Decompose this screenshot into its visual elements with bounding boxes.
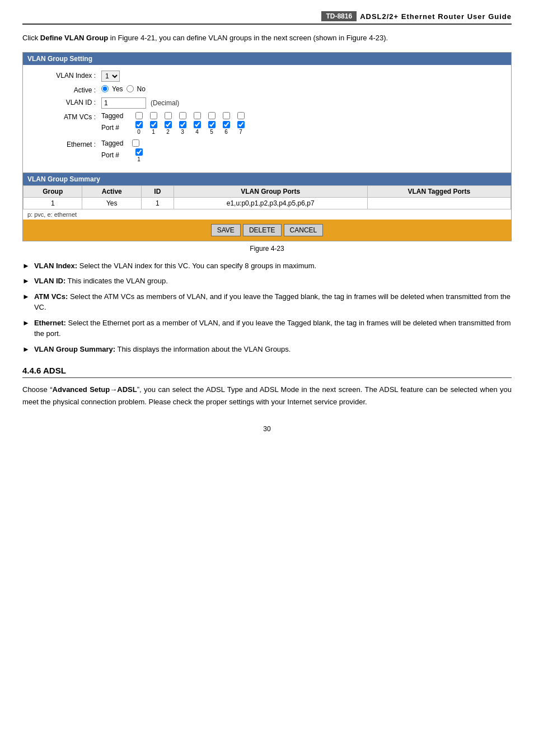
atm-port-num-1: 1 [152,129,155,135]
atm-port-label: Port # [101,124,132,132]
delete-button[interactable]: DELETE [243,224,282,236]
page-number: 30 [22,425,512,433]
atm-tagged-cb-3[interactable] [179,112,186,119]
button-bar: SAVE DELETE CANCEL [23,220,511,241]
vlan-index-control: 1 2 3 4 5 6 7 8 [101,71,120,82]
active-yes-radio[interactable] [101,85,109,92]
atm-tagged-3 [176,112,189,119]
atm-port-2: 2 [161,121,175,135]
bullet-4-content: Ethernet: Select the Ethernet port as a … [34,318,512,339]
eth-port-num: 1 [137,156,140,162]
vlan-index-select[interactable]: 1 2 3 4 5 6 7 8 [101,71,120,82]
atm-port-cb-7[interactable] [237,121,245,128]
bullet-arrow-3: ► [22,291,30,302]
bullet-3: ► ATM VCs: Select the ATM VCs as members… [22,291,512,313]
atm-tagged-cb-6[interactable] [223,112,230,119]
page-header: TD-8816 ADSL2/2+ Ethernet Router User Gu… [22,11,512,25]
atm-tagged-cb-5[interactable] [208,112,216,119]
figure-caption: Figure 4-23 [22,245,512,253]
atm-port-cb-5[interactable] [208,121,216,128]
intro-paragraph: Click Define VLAN Group in Figure 4-21, … [22,32,512,44]
eth-tagged-cb[interactable] [132,139,139,147]
summary-header: VLAN Group Summary [23,173,511,185]
intro-text2: in Figure 4-21, you can define VLAN grou… [108,34,388,42]
atm-port-cb-3[interactable] [179,121,186,128]
atm-tagged-cb-2[interactable] [165,112,172,119]
cell-active: Yes [82,197,142,209]
intro-bold: Define VLAN Group [40,34,108,42]
vlan-id-input[interactable] [101,97,146,109]
atm-tagged-checkboxes [132,112,247,119]
atm-port-6: 6 [219,121,233,135]
atm-port-cb-6[interactable] [223,121,230,128]
summary-thead-row: Group Active ID VLAN Group Ports VLAN Ta… [24,185,511,197]
bullet-arrow-2: ► [22,276,30,287]
col-id: ID [142,185,174,197]
bullet-5-bold: VLAN Group Summary: [34,345,115,353]
bullet-3-content: ATM VCs: Select the ATM VCs as members o… [34,291,512,313]
bullet-list: ► VLAN Index: Select the VLAN index for … [22,260,512,355]
atm-port-0: 0 [132,121,146,135]
eth-port-cb[interactable] [135,148,143,156]
cancel-button[interactable]: CANCEL [284,224,324,236]
atm-port-num-7: 7 [239,129,242,135]
atm-tagged-cb-4[interactable] [194,112,201,119]
atm-tagged-4 [190,112,204,119]
atm-port-num-6: 6 [224,129,228,135]
section-446-heading: 4.4.6 ADSL [22,366,512,378]
vlan-panel-header: VLAN Group Setting [23,53,511,65]
adsl-path-bold: Advanced Setup→ADSL [53,385,137,394]
bullet-4: ► Ethernet: Select the Ethernet port as … [22,318,512,339]
active-row: Active : Yes No [34,85,500,94]
section-446-body: Choose “Advanced Setup→ADSL”, you can se… [22,384,512,408]
bullet-5: ► VLAN Group Summary: This displays the … [22,344,512,355]
atm-vcs-row: ATM VCs : Tagged [34,112,500,136]
atm-port-cb-2[interactable] [165,121,172,128]
atm-tagged-cb-0[interactable] [135,112,143,119]
atm-port-4: 4 [190,121,204,135]
active-control: Yes No [101,85,146,93]
atm-port-5: 5 [205,121,218,135]
atm-tagged-cb-7[interactable] [237,112,245,119]
atm-tagged-6 [219,112,233,119]
vlan-index-label: VLAN Index : [34,71,101,80]
atm-tagged-0 [132,112,146,119]
cell-group: 1 [24,197,82,209]
vlan-id-row: VLAN ID : (Decimal) [34,97,500,109]
atm-port-7: 7 [234,121,247,135]
bullet-5-content: VLAN Group Summary: This displays the in… [34,344,291,355]
bullet-4-bold: Ethernet: [34,319,66,327]
atm-port-num-0: 0 [137,129,140,135]
bullet-arrow-4: ► [22,318,30,329]
atm-port-3: 3 [176,121,189,135]
atm-port-cb-0[interactable] [135,121,143,128]
col-vlan-ports: VLAN Group Ports [174,185,367,197]
summary-body: Group Active ID VLAN Group Ports VLAN Ta… [23,185,511,220]
atm-tagged-row: Tagged [101,112,247,120]
col-tagged-ports: VLAN Tagged Ports [367,185,510,197]
atm-port-1: 1 [147,121,160,135]
decimal-hint: (Decimal) [151,99,179,107]
atm-port-num-3: 3 [181,129,184,135]
vlan-settings-body: VLAN Index : 1 2 3 4 5 6 7 8 Active : Ye… [23,65,511,173]
atm-tagged-cb-1[interactable] [150,112,157,119]
vlan-panel: VLAN Group Setting VLAN Index : 1 2 3 4 … [22,52,512,241]
atm-port-cb-4[interactable] [194,121,201,128]
atm-tagged-2 [161,112,175,119]
bullet-2-content: VLAN ID: This indicates the VLAN group. [34,276,168,287]
eth-port-cell: 1 [132,148,146,162]
table-row: 1 Yes 1 e1,u:p0,p1,p2,p3,p4,p5,p6,p7 [24,197,511,209]
active-no-radio[interactable] [127,85,134,92]
save-button[interactable]: SAVE [211,224,241,236]
vlan-index-row: VLAN Index : 1 2 3 4 5 6 7 8 [34,71,500,82]
atm-port-row: Port # 0 1 2 [101,121,247,135]
active-label: Active : [34,85,101,94]
atm-tagged-5 [205,112,218,119]
bullet-3-bold: ATM VCs: [34,292,68,301]
cell-id: 1 [142,197,174,209]
cell-tagged-ports [367,197,510,209]
atm-vcs-control: Tagged [101,112,247,136]
atm-port-cb-1[interactable] [150,121,157,128]
bullet-arrow-1: ► [22,260,30,272]
bullet-1-bold: VLAN Index: [34,262,77,270]
